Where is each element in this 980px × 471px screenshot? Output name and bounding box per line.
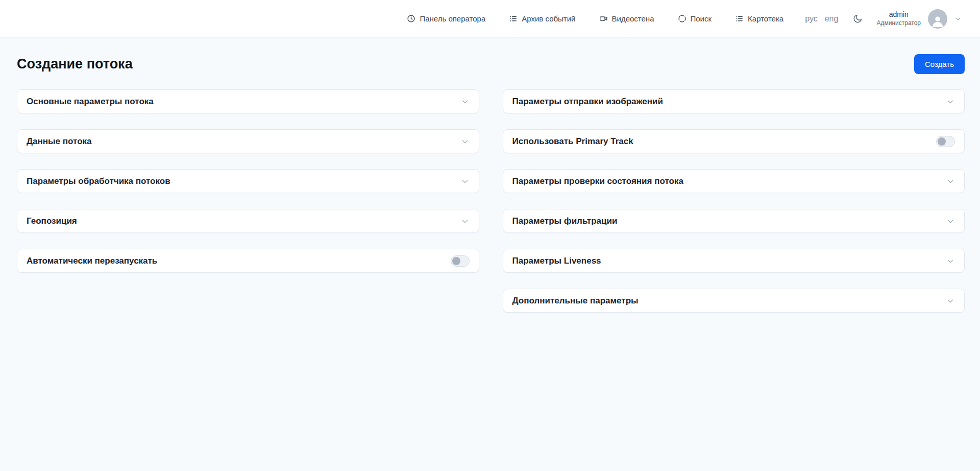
use-primary-track-toggle[interactable] — [936, 136, 955, 147]
accordion-label: Параметры Liveness — [512, 256, 601, 266]
nav-item-label: Картотека — [748, 14, 783, 23]
accordion-label: Дополнительные параметры — [512, 296, 639, 306]
accordion-auto-restart[interactable]: Автоматически перезапускать — [17, 249, 479, 273]
accordion-additional-params[interactable]: Дополнительные параметры — [503, 289, 965, 313]
nav-item-label: Панель оператора — [420, 14, 485, 23]
accordion-label: Данные потока — [27, 136, 91, 147]
accordion-label: Геопозиция — [27, 216, 77, 226]
nav-item-label: Видеостена — [612, 14, 654, 23]
chevron-down-icon — [460, 97, 470, 106]
auto-restart-toggle[interactable] — [451, 255, 470, 267]
toggle-knob — [452, 257, 460, 265]
accordion-image-sending-params[interactable]: Параметры отправки изображений — [503, 89, 965, 113]
chevron-down-icon — [946, 217, 955, 226]
panels-grid: Основные параметры потока Данные потока … — [0, 89, 980, 328]
chevron-down-icon — [460, 177, 470, 186]
accordion-stream-data[interactable]: Данные потока — [17, 129, 479, 153]
accordion-stream-health-params[interactable]: Параметры проверки состояния потока — [503, 169, 965, 193]
language-switch: рус eng — [805, 14, 838, 23]
chevron-down-icon — [946, 296, 955, 305]
accordion-stream-handler-params[interactable]: Параметры обработчика потоков — [17, 169, 479, 193]
user-name: admin — [876, 10, 921, 19]
chevron-down-icon — [946, 97, 955, 106]
accordion-label: Использовать Primary Track — [512, 136, 633, 147]
nav-item-label: Архив событий — [522, 14, 575, 23]
toggle-knob — [938, 137, 946, 146]
lang-option-rus[interactable]: рус — [805, 14, 818, 23]
accordion-label: Основные параметры потока — [27, 97, 154, 107]
scan-circle-icon — [678, 14, 687, 23]
accordion-label: Автоматически перезапускать — [27, 256, 157, 266]
accordion-use-primary-track[interactable]: Использовать Primary Track — [503, 129, 965, 153]
panel-column-right: Параметры отправки изображений Использов… — [503, 89, 965, 328]
page-head: Создание потока Создать — [0, 38, 980, 74]
panel-column-left: Основные параметры потока Данные потока … — [17, 89, 479, 289]
chevron-down-icon — [946, 256, 955, 266]
main-content: Создание потока Создать Основные парамет… — [0, 38, 980, 328]
chevron-down-icon — [954, 15, 962, 22]
accordion-filtering-params[interactable]: Параметры фильтрации — [503, 209, 965, 233]
avatar — [928, 9, 947, 29]
create-button[interactable]: Создать — [914, 54, 965, 74]
accordion-label: Параметры фильтрации — [512, 216, 618, 226]
list-icon — [509, 14, 518, 23]
chevron-down-icon — [460, 137, 470, 146]
user-info: admin Администратор — [876, 10, 921, 27]
nav-item-label: Поиск — [691, 14, 712, 23]
user-menu[interactable]: admin Администратор — [876, 9, 962, 29]
nav-item-operator-panel[interactable]: Панель оператора — [407, 14, 485, 23]
main-nav: Панель оператора Архив событий Видеостен… — [407, 14, 783, 23]
chevron-down-icon — [460, 217, 470, 226]
accordion-label: Параметры отправки изображений — [512, 97, 663, 107]
chevron-down-icon — [946, 177, 955, 186]
accordion-label: Параметры проверки состояния потока — [512, 176, 683, 186]
accordion-liveness-params[interactable]: Параметры Liveness — [503, 249, 965, 273]
nav-item-video-wall[interactable]: Видеостена — [599, 14, 654, 23]
accordion-main-stream-params[interactable]: Основные параметры потока — [17, 89, 479, 113]
app-header: Панель оператора Архив событий Видеостен… — [0, 0, 980, 38]
nav-item-card-index[interactable]: Картотека — [735, 14, 783, 23]
list-icon — [735, 14, 744, 23]
accordion-label: Параметры обработчика потоков — [27, 176, 170, 186]
nav-item-search[interactable]: Поиск — [678, 14, 712, 23]
video-camera-icon — [599, 14, 608, 23]
clock-icon — [407, 14, 415, 23]
moon-icon[interactable] — [852, 13, 863, 24]
accordion-geoposition[interactable]: Геопозиция — [17, 209, 479, 233]
page-title: Создание потока — [17, 56, 133, 72]
user-role: Администратор — [876, 19, 921, 27]
lang-option-eng[interactable]: eng — [825, 14, 839, 23]
nav-item-event-archive[interactable]: Архив событий — [509, 14, 575, 23]
